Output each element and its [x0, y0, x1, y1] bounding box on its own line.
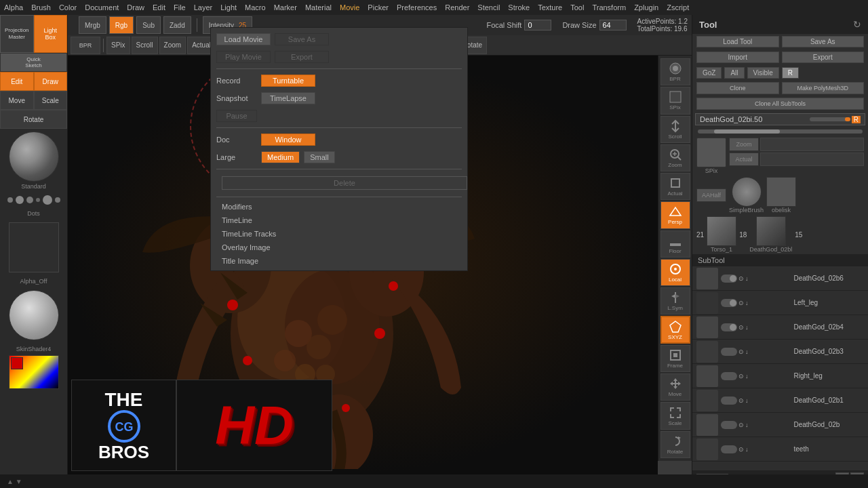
lightbox-button[interactable]: LightBox — [34, 15, 68, 53]
torso-preview[interactable] — [707, 216, 736, 246]
sub-button[interactable]: Sub — [136, 16, 161, 34]
move-button[interactable]: Move — [0, 91, 34, 110]
menu-draw[interactable]: Draw — [127, 3, 144, 12]
r-indicator[interactable]: R — [852, 116, 861, 123]
link-icon-8[interactable]: ⊙ — [738, 446, 744, 453]
spix-button[interactable]: SPix — [106, 37, 130, 54]
link-icon-3[interactable]: ⊙ — [738, 324, 744, 331]
medium-size-button[interactable]: Medium — [261, 151, 300, 163]
arrow-icon-2[interactable]: ↓ — [745, 300, 749, 306]
draw-size-value[interactable]: 64 — [599, 20, 627, 30]
export-button[interactable]: Export — [782, 52, 865, 63]
scale-button[interactable]: Scale — [34, 91, 68, 110]
menu-transform[interactable]: Transform — [592, 3, 626, 12]
menu-preferences[interactable]: Preferences — [397, 3, 437, 12]
link-icon-5[interactable]: ⊙ — [738, 373, 744, 380]
clone-button[interactable]: Clone — [696, 82, 779, 94]
modifiers-item[interactable]: Modifiers — [211, 200, 467, 214]
menu-layer[interactable]: Layer — [194, 3, 213, 12]
all-button[interactable]: All — [724, 67, 744, 79]
draw-button[interactable]: Draw — [34, 72, 68, 91]
menu-file[interactable]: File — [174, 3, 186, 12]
color-swatch[interactable] — [9, 355, 59, 389]
scroll-button-h[interactable]: Scroll — [132, 37, 158, 54]
menu-zscript[interactable]: Zscript — [667, 3, 689, 12]
menu-marker[interactable]: Marker — [274, 3, 297, 12]
import-button[interactable]: Import — [696, 52, 779, 63]
deathgod-preview[interactable] — [756, 216, 786, 246]
goz-button[interactable]: GoZ — [696, 67, 722, 79]
menu-color[interactable]: Color — [59, 3, 77, 12]
spix-right-button[interactable]: SPix — [660, 87, 690, 114]
menu-alpha[interactable]: Alpha — [4, 3, 23, 12]
clone-all-subtools-button[interactable]: Clone All SubTools — [696, 98, 864, 110]
menu-render[interactable]: Render — [445, 3, 469, 12]
play-movie-button[interactable]: Play Movie — [216, 51, 271, 63]
zadd-button[interactable]: Zadd — [163, 16, 191, 34]
local-right-button[interactable]: Local — [660, 259, 690, 286]
eye-toggle-3[interactable] — [721, 323, 737, 331]
save-as-movie-button[interactable]: Save As — [275, 33, 329, 45]
focal-shift-value[interactable]: 0 — [524, 20, 551, 30]
menu-edit[interactable]: Edit — [153, 3, 165, 12]
small-size-button[interactable]: Small — [304, 151, 335, 163]
subtool-item-deathgod02b6[interactable]: ⊙ ↓ DeathGod_02b6 — [692, 266, 868, 291]
sxyz-right-button[interactable]: SXYZ — [660, 316, 690, 343]
frame-right-button[interactable]: Frame — [660, 345, 690, 372]
menu-light[interactable]: Light — [220, 3, 237, 12]
link-icon-7[interactable]: ⊙ — [738, 422, 744, 428]
eye-toggle-5[interactable] — [721, 372, 737, 380]
make-polymesh3d-button[interactable]: Make PolyMesh3D — [782, 82, 865, 94]
right-save-as-button[interactable]: Save As — [782, 36, 865, 47]
menu-material[interactable]: Material — [305, 3, 332, 12]
arrow-icon-7[interactable]: ↓ — [745, 422, 749, 428]
arrow-icon-8[interactable]: ↓ — [745, 446, 749, 453]
menu-picker[interactable]: Picker — [368, 3, 389, 12]
overlay-image-item[interactable]: Overlay Image — [211, 241, 467, 254]
delete-button[interactable]: Delete — [222, 176, 467, 190]
subtool-item-deathgod02b1[interactable]: ⊙ ↓ DeathGod_02b1 — [692, 388, 868, 413]
link-icon-1[interactable]: ⊙ — [738, 275, 744, 282]
lsym-right-button[interactable]: L.Sym — [660, 287, 690, 314]
right-load-tool-button[interactable]: Load Tool — [696, 36, 779, 47]
doc-window-button[interactable]: Window — [261, 134, 315, 146]
subtool-item-teeth[interactable]: ⊙ ↓ teeth — [692, 437, 868, 462]
link-icon-4[interactable]: ⊙ — [738, 348, 744, 355]
subtool-item-deathgod02b3[interactable]: ⊙ ↓ DeathGod_02b3 — [692, 340, 868, 364]
eye-toggle-8[interactable] — [721, 445, 737, 453]
rotate-button[interactable]: Rotate — [0, 110, 67, 129]
eye-toggle-1[interactable] — [721, 274, 737, 283]
eye-toggle-6[interactable] — [721, 396, 737, 405]
floor-right-button[interactable]: Floor — [660, 230, 690, 258]
mrgb-button[interactable]: Mrgb — [79, 16, 106, 34]
bpr-render-button[interactable]: BPR — [660, 58, 690, 85]
export-movie-button[interactable]: Export — [275, 51, 329, 63]
title-image-item[interactable]: Title Image — [211, 254, 467, 268]
subtool-item-deathgod02b[interactable]: ⊙ ↓ DeathGod_02b — [692, 413, 868, 437]
persp-right-button[interactable]: Persp — [660, 201, 690, 228]
zoom-button-right[interactable]: Zoom — [729, 138, 759, 151]
menu-stroke[interactable]: Stroke — [508, 3, 530, 12]
scale-right-button[interactable]: Scale — [660, 402, 690, 429]
rgb-button[interactable]: Rgb — [109, 16, 134, 34]
arrow-icon-3[interactable]: ↓ — [745, 324, 749, 331]
subtool-item-leftleg[interactable]: ⊙ ↓ Left_leg — [692, 291, 868, 315]
timeline-tracks-item[interactable]: TimeLine Tracks — [211, 227, 467, 241]
simple-brush-preview[interactable] — [732, 177, 762, 207]
obelisk-preview[interactable] — [766, 177, 796, 207]
move-right-button[interactable]: Move — [660, 373, 690, 401]
menu-tool[interactable]: Tool — [570, 3, 584, 12]
alpha-preview[interactable] — [9, 131, 59, 182]
menu-macro[interactable]: Macro — [245, 3, 266, 12]
arrow-icon-5[interactable]: ↓ — [745, 373, 749, 380]
aahalf-button[interactable]: AAHalf — [696, 188, 726, 202]
load-movie-button[interactable]: Load Movie — [216, 33, 271, 45]
subtool-item-rightleg[interactable]: ⊙ ↓ Right_leg — [692, 364, 868, 388]
arrow-icon-1[interactable]: ↓ — [745, 275, 749, 282]
projection-master-button[interactable]: ProjectionMaster — [0, 15, 34, 53]
alpha-off-panel[interactable] — [9, 222, 59, 272]
actual-button-right[interactable]: Actual — [729, 152, 759, 166]
arrow-icon-4[interactable]: ↓ — [745, 348, 749, 355]
link-icon-2[interactable]: ⊙ — [738, 300, 744, 306]
link-icon-6[interactable]: ⊙ — [738, 397, 744, 404]
